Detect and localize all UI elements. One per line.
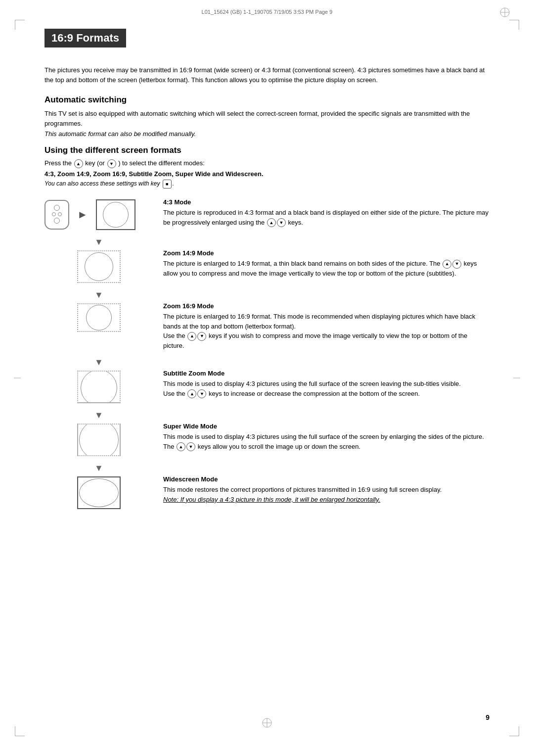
using-formats-section: Using the different screen formats Press… [44,145,490,515]
key2-symbol: ▼ [107,159,116,168]
down-arrow-4: ▼ [44,409,153,422]
corner-mark-br [509,726,519,736]
intro-paragraph: The pictures you receive may be transmit… [44,65,490,85]
side-mark-left [14,378,21,378]
key-menu-symbol: ■ [163,180,172,189]
mode-row-zoom149: Zoom 14:9 Mode The picture is enlarged t… [44,248,490,283]
desc-subtitle: Subtitle Zoom Mode This mode is used to … [153,369,490,398]
key-down-subtitle: ▼ [197,389,206,398]
key-up-zoom169: ▲ [187,332,196,341]
diagram-widescreen [44,474,153,509]
mode-title-43: 4:3 Mode [163,198,490,206]
corner-mark-tl [15,20,25,30]
key-down-superwide: ▼ [186,442,195,451]
circle-subtitle [81,371,117,403]
auto-switching-body: This TV set is also equipped with automa… [44,109,490,128]
key-up-superwide: ▲ [177,442,185,451]
corner-mark-bl [15,726,25,736]
desc-superwide: Super Wide Mode This mode is used to dis… [153,422,490,451]
reg-mark-bottom [262,717,272,728]
mode-title-zoom169: Zoom 16:9 Mode [163,302,490,310]
desc-widescreen: Widescreen Mode This mode restores the c… [153,474,490,504]
reg-mark-header [499,7,510,18]
key2-after: ) to select the different modes: [118,160,205,167]
key-down-zoom149: ▼ [452,260,461,269]
key-up-43: ▲ [267,218,276,227]
remote-btn-down [54,218,60,224]
mode-body-43: The picture is reproduced in 4:3 format … [163,208,490,227]
key1-symbol: ▲ [74,159,83,168]
screen-zoom149 [77,250,121,283]
main-content: 16:9 Formats The pictures you receive ma… [0,19,534,545]
press-text: Press the [44,160,72,167]
mode-body-superwide: This mode is used to display 4:3 picture… [163,432,490,451]
circle-43 [103,202,129,228]
using-formats-heading: Using the different screen formats [44,145,490,155]
corner-mark-tr [509,20,519,30]
modes-list: ► 4:3 Mode The picture is reproduced in … [44,197,490,515]
mode-row-zoom169: Zoom 16:9 Mode The picture is enlarged t… [44,301,490,350]
diagram-zoom149 [44,248,153,283]
modes-bold-text: 4:3, Zoom 14:9, Zoom 16:9, Subtitle Zoom… [44,170,264,178]
diagram-superwide [44,422,153,456]
key-up-zoom149: ▲ [443,260,451,269]
mode-row-subtitle: Subtitle Zoom Mode This mode is used to … [44,369,490,403]
diagram-43: ► [44,197,153,230]
screen-superwide [77,424,121,456]
desc-43: 4:3 Mode The picture is reproduced in 4:… [153,197,490,227]
diagram-subtitle [44,369,153,403]
key-access-line: You can also access these settings with … [44,180,490,189]
press-key-line: Press the ▲ key (or ▼ ) to select the di… [44,159,490,168]
remote-btn-right [58,212,62,216]
circle-superwide [79,424,119,456]
circle-widescreen [79,478,119,507]
down-arrow-3: ▼ [44,356,153,369]
section-title: 16:9 Formats [44,29,126,47]
mode-row-superwide: Super Wide Mode This mode is used to dis… [44,422,490,456]
mode-title-subtitle: Subtitle Zoom Mode [163,370,490,377]
down-arrow-5: ▼ [44,462,153,474]
header-bar: L01_15624 (GB) 1-1_190705 7/19/05 3:53 P… [0,0,534,19]
page-container: L01_15624 (GB) 1-1_190705 7/19/05 3:53 P… [0,0,534,756]
widescreen-italic-note: Note: If you display a 4:3 picture in th… [163,496,380,503]
down-arrow-2: ▼ [44,289,153,301]
auto-switching-heading: Automatic switching [44,95,490,105]
key-up-subtitle: ▲ [187,389,196,398]
mode-body-zoom169: The picture is enlarged to 16:9 format. … [163,312,490,350]
mode-body-subtitle: This mode is used to display 4:3 picture… [163,379,490,398]
mode-body-widescreen: This mode restores the correct proportio… [163,485,490,504]
mode-body-zoom149: The picture is enlarged to 14:9 format, … [163,259,490,278]
down-arrow-1: ▼ [44,236,153,248]
auto-switching-italic: This automatic format can also be modifi… [44,130,490,138]
section-title-block: 16:9 Formats [44,29,490,56]
mode-title-widescreen: Widescreen Mode [163,475,490,483]
mode-row-widescreen: Widescreen Mode This mode restores the c… [44,474,490,509]
screen-subtitle [77,371,121,403]
header-text: L01_15624 (GB) 1-1_190705 7/19/05 3:53 P… [202,9,333,15]
circle-zoom149 [85,252,113,281]
side-mark-right [513,378,520,378]
circle-zoom169 [86,305,112,331]
screen-widescreen [77,476,121,509]
desc-zoom149: Zoom 14:9 Mode The picture is enlarged t… [153,248,490,278]
modes-bold-line: 4:3, Zoom 14:9, Zoom 16:9, Subtitle Zoom… [44,170,490,178]
mode-title-zoom149: Zoom 14:9 Mode [163,249,490,257]
key1-after: key (or [85,160,106,167]
mode-row-43: ► 4:3 Mode The picture is reproduced in … [44,197,490,230]
page-number: 9 [486,713,490,721]
arrow-right-43: ► [77,199,88,230]
screen-43 [96,199,135,230]
key-down-43: ▼ [277,218,286,227]
desc-zoom169: Zoom 16:9 Mode The picture is enlarged t… [153,301,490,350]
key-down-zoom169: ▼ [197,332,206,341]
remote-btn-left [52,212,56,216]
remote-control-icon [44,200,69,230]
screen-zoom169 [77,303,121,332]
auto-switching-section: Automatic switching This TV set is also … [44,95,490,138]
remote-btn-up [54,205,60,211]
diagram-zoom169 [44,301,153,332]
mode-title-superwide: Super Wide Mode [163,423,490,430]
